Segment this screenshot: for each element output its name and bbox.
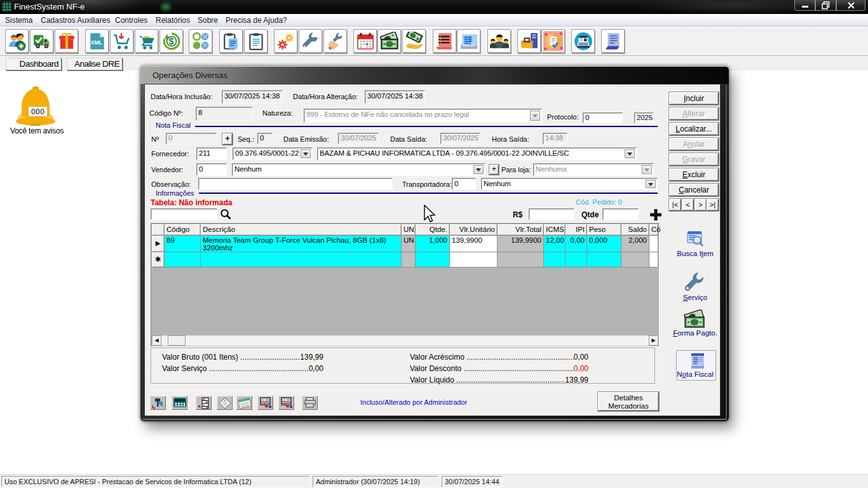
svg-text:XML: XML: [90, 39, 102, 46]
svg-text:$: $: [168, 36, 173, 46]
